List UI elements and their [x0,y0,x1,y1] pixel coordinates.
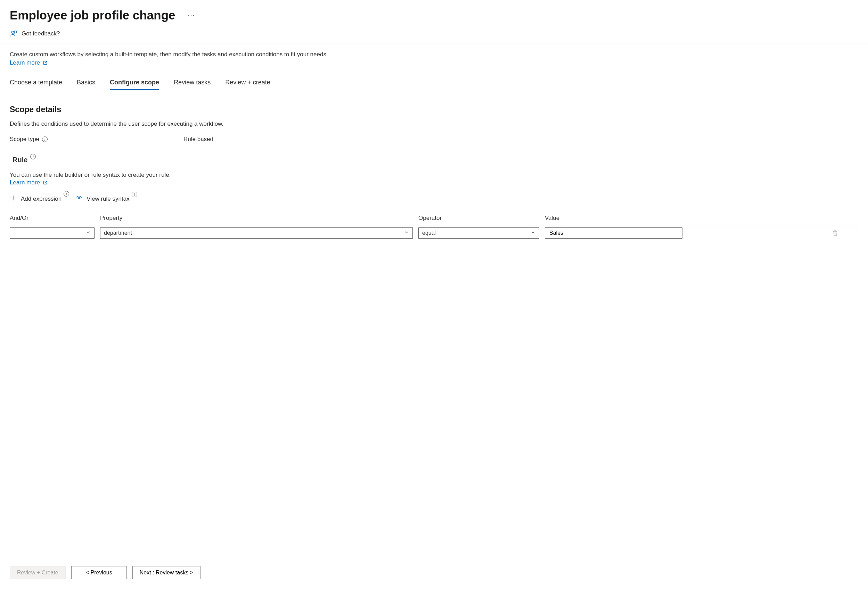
external-link-icon [43,60,48,65]
rule-learn-more-label: Learn more [10,179,40,186]
intro-text: Create custom workflows by selecting a b… [10,51,858,58]
value-input[interactable] [549,229,679,237]
rule-grid: And/Or Property Operator Value departmen… [10,215,858,243]
operator-value: equal [422,230,436,236]
review-create-button: Review + Create [10,566,66,579]
intro-learn-more-link[interactable]: Learn more [10,59,48,66]
col-property: Property [100,215,413,222]
delete-row-button[interactable] [821,229,849,237]
info-icon[interactable]: i [42,136,48,142]
info-icon[interactable]: i [64,191,69,197]
add-expression-label: Add expression [21,195,62,203]
plus-icon [10,194,17,203]
rule-heading-text: Rule [12,156,28,164]
property-select[interactable]: department [100,228,413,239]
chevron-down-icon [404,230,409,236]
page-title: Employee job profile change [10,8,175,22]
feedback-bar: Got feedback? [0,26,868,43]
more-actions-icon[interactable]: ··· [188,12,195,19]
view-rule-syntax-button[interactable]: View rule syntax i [75,195,129,203]
tab-configure-scope[interactable]: Configure scope [110,79,159,90]
tab-choose-template[interactable]: Choose a template [10,79,62,90]
col-andor: And/Or [10,215,95,222]
info-icon[interactable]: i [30,154,36,160]
col-operator: Operator [418,215,539,222]
rule-grid-header-row: And/Or Property Operator Value [10,215,858,225]
previous-button[interactable]: < Previous [71,566,127,579]
scope-details-description: Defines the conditions used to determine… [10,121,858,127]
operator-select[interactable]: equal [418,228,539,239]
intro-learn-more-label: Learn more [10,59,40,66]
add-expression-button[interactable]: Add expression i [10,194,62,203]
eye-icon [75,195,82,203]
view-rule-syntax-label: View rule syntax [87,195,129,203]
svg-point-0 [12,31,14,34]
tab-review-tasks[interactable]: Review tasks [174,79,211,90]
rule-description: You can use the rule builder or rule syn… [10,172,858,178]
rule-toolbar: Add expression i View rule syntax i [10,194,858,209]
tab-review-create[interactable]: Review + create [225,79,270,90]
next-button[interactable]: Next : Review tasks > [132,566,200,579]
wizard-tabs: Choose a template Basics Configure scope… [10,79,858,90]
andor-select[interactable] [10,228,95,239]
property-value: department [104,230,132,236]
got-feedback-link[interactable]: Got feedback? [10,30,60,37]
tab-basics[interactable]: Basics [77,79,95,90]
wizard-footer: Review + Create < Previous Next : Review… [0,559,868,586]
feedback-person-icon [10,30,17,37]
rule-heading: Rule i [12,156,36,164]
scope-type-value: Rule based [183,136,213,143]
page-header: Employee job profile change ··· [0,0,868,26]
value-input-wrapper [545,228,682,239]
rule-learn-more-link[interactable]: Learn more [10,179,48,186]
rule-row: department equal [10,225,858,243]
trash-icon [832,229,838,237]
col-value: Value [545,215,816,222]
feedback-label: Got feedback? [22,30,60,37]
scope-details-heading: Scope details [10,105,858,114]
info-icon[interactable]: i [132,192,137,197]
chevron-down-icon [531,230,536,236]
external-link-icon [43,180,48,185]
scope-type-label: Scope type i [10,136,183,143]
chevron-down-icon [86,230,91,236]
scope-type-label-text: Scope type [10,136,39,143]
svg-point-1 [78,197,80,199]
